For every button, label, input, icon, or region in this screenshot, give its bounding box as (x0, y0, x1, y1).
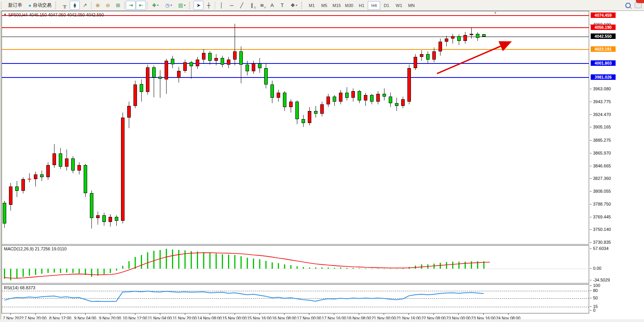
autotrading-button-icon: ● (28, 3, 31, 8)
timeframe-m15[interactable]: M15 (330, 1, 343, 10)
zoom-out-button-glyph: ⊖ (106, 2, 110, 8)
rsi-scale-label: 50 (593, 296, 598, 300)
price-level-badge: 4056.190 (591, 25, 616, 30)
time-tick-mark (185, 313, 185, 315)
price-tick-mark (590, 102, 591, 102)
arrows-button[interactable]: ❖▾ (287, 1, 300, 10)
text-button[interactable]: A (267, 1, 277, 10)
time-tick-mark (458, 313, 459, 315)
equidistant-channel-button[interactable]: ∥E (247, 1, 257, 10)
timeframe-w1[interactable]: W1 (393, 1, 405, 10)
candlestick-chart-button[interactable]: ⧫ (70, 1, 80, 10)
time-tick-mark (135, 313, 135, 315)
price-tick-mark (590, 285, 591, 286)
trend-arrow-annotation[interactable] (2, 11, 589, 244)
horizontal-line-button[interactable]: ─ (226, 1, 237, 10)
trendline-button[interactable]: ╱ (237, 1, 247, 10)
chevron-down-icon: ▾ (157, 4, 159, 7)
arrows-button-glyph: ❖ (290, 2, 295, 8)
macd-signal-line (2, 246, 589, 283)
toolbar-grip (301, 2, 305, 9)
periods-button[interactable]: ◷▾ (162, 1, 175, 10)
notification-badge: 1 (636, 0, 644, 3)
candlestick-chart-button-glyph: ⧫ (74, 2, 76, 8)
search-icon[interactable] (625, 3, 631, 8)
bar-chart-button[interactable]: ╥ (60, 1, 70, 10)
timeframe-d1[interactable]: D1 (380, 1, 393, 10)
text-label-button[interactable]: T (277, 1, 287, 10)
toolbar-separator (91, 2, 91, 9)
indicators-button[interactable]: ✚▾ (149, 1, 162, 10)
horizontal-line-button-glyph: ─ (230, 2, 233, 8)
timeframe-h1[interactable]: H1 (355, 1, 368, 10)
timeframe-m5[interactable]: M5 (318, 1, 330, 10)
toolbar-right: 1 (625, 0, 642, 11)
macd-panel[interactable]: MACD(12,26,9) 21.7256 19.0110 (2, 245, 589, 283)
main-chart-panel[interactable]: ▼ SP500,H4 4046.150 4047.050 4042.050 40… (2, 11, 589, 245)
rsi-scale-label: 80 (593, 288, 598, 293)
new-order-button[interactable]: 新订单 (5, 0, 25, 11)
rsi-panel[interactable]: RSI(14) 68.8373 (2, 284, 589, 313)
crosshair-button-glyph: ┼ (207, 2, 211, 8)
new-order-button-label: 新订单 (8, 2, 22, 9)
price-tick-mark (590, 89, 591, 89)
time-tick-mark (284, 313, 284, 315)
autotrading-button[interactable]: ●自动交易 (25, 0, 54, 11)
price-axis[interactable]: 4060.1903963.0803943.7753924.4703905.165… (590, 11, 644, 315)
time-tick-mark (210, 313, 210, 315)
periods-button-glyph: ◷ (165, 2, 170, 8)
price-tick-label: 3750.140 (593, 227, 611, 232)
price-tick-mark (590, 248, 591, 249)
vertical-line-button-glyph: │ (220, 2, 223, 8)
autotrading-button-label: 自动交易 (33, 2, 51, 9)
timeframe-mn[interactable]: MN (405, 1, 418, 10)
templates-button[interactable]: ▤▾ (175, 1, 188, 10)
price-tick-mark (590, 127, 591, 127)
timeframe-h4[interactable]: H4 (368, 1, 380, 10)
toolbar: 新订单●自动交易╥⧫↗⊕⊖⊞⇥⇤✚▾◷▾▤▾➤┼│─╱∥E≋FAT❖▾M1M5M… (0, 0, 644, 11)
price-level-badge: 4023.191 (591, 46, 616, 52)
time-tick-mark (260, 313, 260, 315)
vertical-line-button[interactable]: │ (216, 1, 226, 10)
price-tick-label: 3963.080 (593, 86, 611, 91)
price-tick-label: 3827.360 (593, 176, 611, 181)
cursor-button[interactable]: ➤ (193, 1, 204, 10)
price-tick-mark (590, 178, 591, 179)
zoom-out-button[interactable]: ⊖ (103, 1, 113, 10)
price-tick-mark (590, 280, 591, 280)
time-tick-mark (334, 313, 334, 315)
toolbar-separator (215, 2, 215, 9)
time-tick-mark (384, 313, 384, 315)
time-tick-mark (433, 313, 434, 315)
autoscroll-button[interactable]: ⇥ (126, 1, 136, 10)
price-tick-mark (590, 166, 591, 166)
price-tick-label: 3769.445 (593, 215, 611, 219)
price-tick-mark (590, 191, 591, 192)
line-chart-button[interactable]: ↗ (80, 1, 90, 10)
price-tick-mark (590, 204, 591, 204)
rsi-scale-label: 0 (593, 308, 595, 313)
toolbar-grip (55, 2, 59, 9)
rsi-scale-label: 100 (593, 283, 600, 288)
time-tick-mark (11, 313, 11, 315)
time-tick-mark (60, 313, 61, 315)
chevron-down-icon: ▾ (170, 4, 172, 7)
time-tick-mark (235, 313, 235, 315)
crosshair-button[interactable]: ┼ (204, 1, 214, 10)
chat-icon[interactable]: 1 (635, 2, 642, 8)
price-tick-mark (590, 242, 591, 243)
timeframe-m1[interactable]: M1 (305, 1, 318, 10)
tile-windows-button[interactable]: ⊞ (113, 1, 123, 10)
fibonacci-button[interactable]: ≋F (257, 1, 267, 10)
time-tick-mark (483, 313, 484, 315)
chevron-down-icon: ▾ (296, 4, 297, 7)
window-bottom-edge (0, 319, 644, 322)
current-price-badge: 4042.550 (591, 33, 616, 39)
timeframe-m30[interactable]: M30 (343, 1, 355, 10)
zoom-in-button[interactable]: ⊕ (93, 1, 103, 10)
price-level-badge: 4074.459 (591, 12, 616, 18)
price-tick-mark (590, 290, 591, 291)
time-tick-mark (309, 313, 309, 315)
chart-shift-button[interactable]: ⇤ (136, 1, 146, 10)
price-level-badge: 4001.803 (591, 60, 616, 66)
